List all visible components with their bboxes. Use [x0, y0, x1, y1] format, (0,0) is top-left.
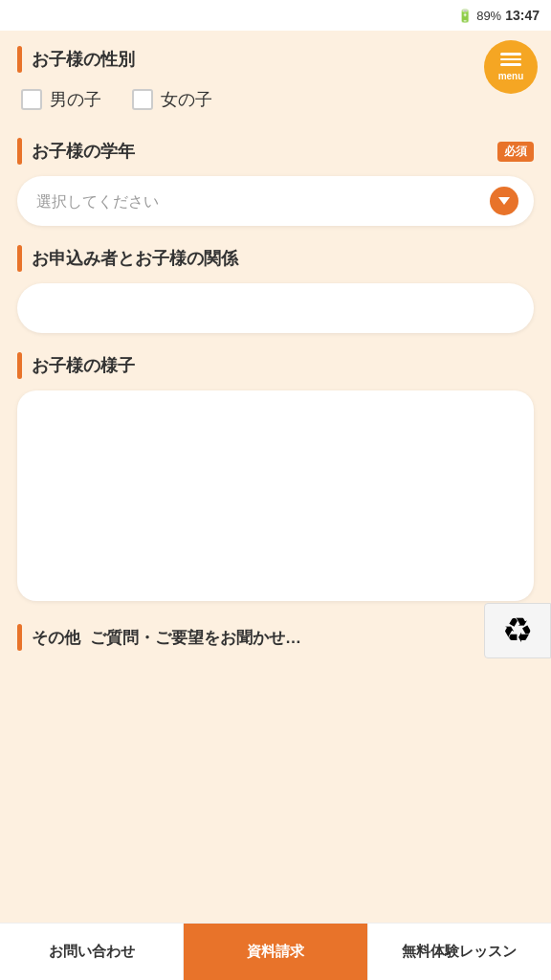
recaptcha-box: ♻ — [484, 603, 551, 658]
required-badge: 必須 — [497, 142, 534, 162]
gender-label-girl: 女の子 — [161, 88, 212, 111]
bottom-nav: お問い合わせ 資料請求 無料体験レッスン — [0, 923, 551, 980]
gender-section-title: お子様の性別 — [17, 46, 534, 73]
nav-trial-label: 無料体験レッスン — [402, 943, 517, 961]
nav-inquiry-button[interactable]: お問い合わせ — [0, 924, 183, 980]
other-subtitle-text: ご質問・ご要望をお聞かせ… — [90, 627, 301, 649]
grade-section-title: お子様の学年 必須 — [17, 138, 534, 165]
nav-materials-button[interactable]: 資料請求 — [184, 924, 366, 980]
gender-option-girl[interactable]: 女の子 — [132, 88, 212, 111]
other-title-text: その他 — [32, 627, 80, 649]
section-grade: お子様の学年 必須 選択してください — [17, 138, 534, 226]
grade-select[interactable]: 選択してください — [17, 176, 534, 226]
relationship-input[interactable] — [17, 283, 534, 333]
hamburger-line-2 — [500, 58, 521, 61]
grade-title-text: お子様の学年 — [32, 140, 135, 163]
status-bar: 🔋 89% 13:47 — [0, 0, 551, 31]
section-relationship: お申込み者とお子様の関係 — [17, 245, 534, 333]
grade-title-bar — [17, 138, 22, 165]
nav-materials-label: 資料請求 — [247, 943, 304, 961]
main-content: menu お子様の性別 男の子 女の子 お子様の学年 必須 選択してくだ — [0, 31, 551, 746]
hamburger-line-1 — [500, 53, 521, 56]
hamburger-line-3 — [500, 63, 521, 66]
grade-select-container: 選択してください — [17, 176, 534, 226]
section-condition: お子様の様子 — [17, 352, 534, 605]
battery-percent: 89% — [476, 9, 501, 23]
nav-inquiry-label: お問い合わせ — [49, 943, 135, 961]
checkbox-boy[interactable] — [21, 89, 42, 110]
condition-title-text: お子様の様子 — [32, 354, 135, 377]
condition-title-bar — [17, 352, 22, 379]
other-title-bar — [17, 624, 22, 651]
status-icons: 🔋 89% 13:47 — [457, 8, 540, 23]
condition-section-title: お子様の様子 — [17, 352, 534, 379]
section-gender: お子様の性別 男の子 女の子 — [17, 46, 534, 119]
gender-options-row: 男の子 女の子 — [17, 84, 534, 119]
nav-trial-button[interactable]: 無料体験レッスン — [368, 924, 551, 980]
gender-title-text: お子様の性別 — [32, 48, 135, 71]
gender-label-boy: 男の子 — [50, 88, 101, 111]
section-other: その他 ご質問・ご要望をお聞かせ… — [17, 624, 534, 651]
menu-label: menu — [498, 71, 524, 81]
relationship-title-bar — [17, 245, 22, 272]
battery-icon: 🔋 — [457, 9, 473, 23]
relationship-title-text: お申込み者とお子様の関係 — [32, 247, 238, 270]
relationship-section-title: お申込み者とお子様の関係 — [17, 245, 534, 272]
gender-option-boy[interactable]: 男の子 — [21, 88, 101, 111]
condition-textarea[interactable] — [17, 390, 534, 601]
menu-button[interactable]: menu — [484, 40, 538, 94]
time-display: 13:47 — [505, 8, 540, 23]
recaptcha-icon: ♻ — [502, 611, 533, 651]
checkbox-girl[interactable] — [132, 89, 153, 110]
gender-title-bar — [17, 46, 22, 73]
